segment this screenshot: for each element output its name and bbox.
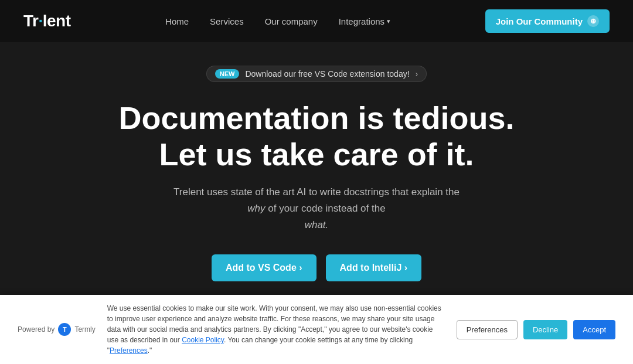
- nav-integrations[interactable]: Integrations ▾: [339, 16, 390, 26]
- arrow-icon: ›: [416, 69, 418, 79]
- new-badge: NEW: [215, 69, 240, 79]
- preferences-link[interactable]: Preferences: [110, 346, 148, 355]
- join-community-button[interactable]: Join Our Community ⊕: [485, 9, 610, 33]
- cookie-buttons: Preferences Decline Accept: [457, 320, 615, 339]
- nav-services[interactable]: Services: [210, 16, 244, 26]
- accept-button[interactable]: Accept: [573, 320, 615, 339]
- navbar: Tr·lent Home Services Our company Integr…: [0, 0, 633, 42]
- discord-icon: ⊕: [587, 15, 599, 27]
- cookie-text: We use essential cookies to make our sit…: [107, 303, 445, 356]
- hero-subtitle: Trelent uses state of the art AI to writ…: [170, 184, 463, 233]
- cookie-policy-link[interactable]: Cookie Policy: [182, 336, 224, 344]
- hero-heading: Documentation is tedious. Let us take ca…: [118, 100, 514, 172]
- add-to-vscode-button[interactable]: Add to VS Code ›: [212, 254, 316, 281]
- announcement-banner[interactable]: NEW Download our free VS Code extension …: [206, 66, 427, 82]
- logo[interactable]: Tr·lent: [23, 12, 71, 30]
- preferences-button[interactable]: Preferences: [457, 320, 518, 339]
- chevron-down-icon: ▾: [387, 18, 390, 25]
- cta-buttons: Add to VS Code › Add to IntelliJ ›: [212, 254, 421, 281]
- announcement-text: Download our free VS Code extension toda…: [245, 69, 409, 79]
- nav-our-company[interactable]: Our company: [265, 16, 318, 26]
- add-to-intellij-button[interactable]: Add to IntelliJ ›: [326, 254, 422, 281]
- logo-dot: ·: [38, 12, 42, 30]
- nav-home[interactable]: Home: [165, 16, 189, 26]
- cookie-banner: Powered by T Termly We use essential coo…: [0, 295, 633, 364]
- powered-by-termly: Powered by T Termly: [18, 323, 96, 336]
- hero-section: NEW Download our free VS Code extension …: [0, 42, 633, 328]
- termly-logo: T: [58, 323, 71, 336]
- decline-button[interactable]: Decline: [523, 320, 567, 339]
- nav-links: Home Services Our company Integrations ▾: [165, 16, 390, 26]
